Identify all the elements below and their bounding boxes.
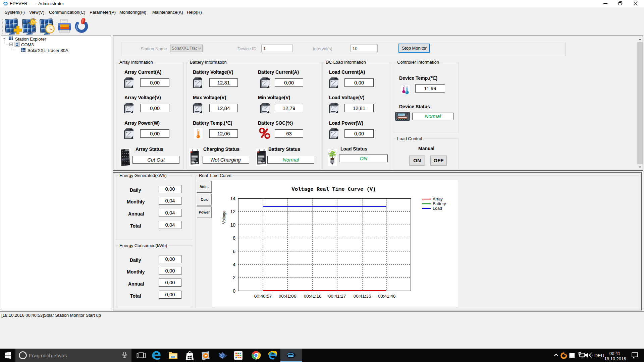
svg-text:DEU: DEU — [594, 353, 604, 358]
svg-text:6: 6 — [233, 249, 235, 254]
svg-text:Voltage: Voltage — [222, 210, 226, 224]
svg-text:Frag mich etwas: Frag mich etwas — [29, 353, 67, 358]
svg-text:Array: Array — [433, 197, 443, 201]
svg-text:00:41:36: 00:41:36 — [354, 294, 371, 299]
svg-text:10: 10 — [230, 222, 235, 228]
svg-text:12: 12 — [230, 209, 235, 214]
svg-text:00:41: 00:41 — [609, 351, 621, 356]
svg-text:BUS: BUS — [4, 4, 7, 5]
svg-text:2: 2 — [233, 275, 235, 280]
svg-text:8: 8 — [233, 235, 235, 241]
svg-text:00:41:16: 00:41:16 — [304, 294, 322, 299]
svg-text:14: 14 — [230, 196, 235, 201]
svg-text:00:41:46: 00:41:46 — [378, 294, 396, 299]
svg-text:0: 0 — [233, 288, 235, 294]
svg-text:4: 4 — [233, 262, 235, 267]
svg-text:Load: Load — [433, 206, 442, 211]
svg-text:Voltage Real Time Curve (V): Voltage Real Time Curve (V) — [291, 186, 376, 192]
svg-text:Battery: Battery — [433, 201, 446, 206]
svg-text:18.10.2016: 18.10.2016 — [604, 356, 626, 361]
svg-text:00:41:27: 00:41:27 — [328, 294, 346, 299]
svg-text:EPsolar: EPsolar — [288, 355, 293, 357]
svg-text:00:41:06: 00:41:06 — [279, 294, 297, 299]
svg-text:00:40:57: 00:40:57 — [254, 294, 272, 299]
